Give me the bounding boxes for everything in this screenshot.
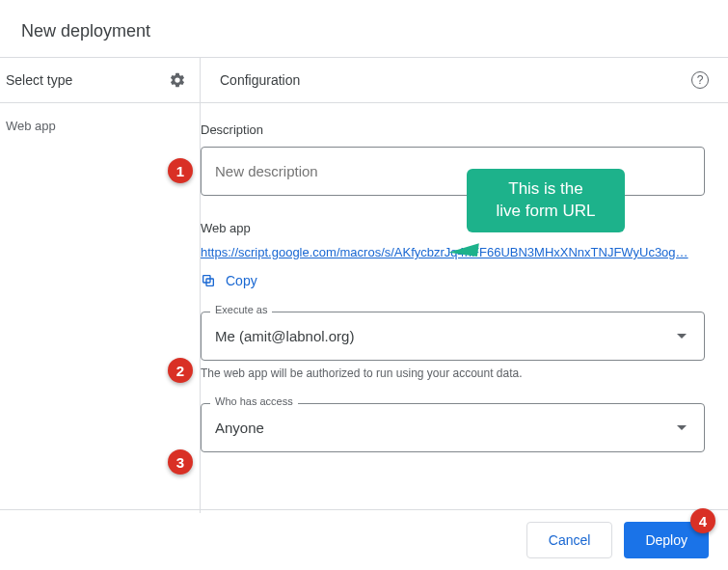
configuration-header: Configuration ? bbox=[201, 58, 728, 103]
execute-as-helper: The web app will be authorized to run us… bbox=[201, 366, 705, 380]
caret-down-icon bbox=[677, 425, 687, 430]
execute-as-select[interactable]: Me (amit@labnol.org) bbox=[201, 312, 705, 361]
select-type-header: Select type bbox=[0, 58, 200, 103]
select-type-label: Select type bbox=[6, 72, 72, 88]
execute-as-value: Me (amit@labnol.org) bbox=[215, 328, 354, 344]
annotation-badge-3: 3 bbox=[168, 449, 193, 475]
footer: Cancel Deploy bbox=[0, 509, 728, 570]
copy-button[interactable]: Copy bbox=[201, 273, 705, 288]
dialog-title: New deployment bbox=[0, 0, 728, 57]
left-pane: Select type Web app bbox=[0, 58, 201, 513]
access-floating-label: Who has access bbox=[210, 395, 298, 407]
copy-icon bbox=[201, 273, 216, 288]
caret-down-icon bbox=[677, 334, 687, 339]
cancel-button[interactable]: Cancel bbox=[526, 522, 613, 558]
sidebar-item-webapp[interactable]: Web app bbox=[0, 103, 200, 149]
right-pane: Configuration ? Description Web app http… bbox=[201, 58, 728, 513]
access-value: Anyone bbox=[215, 420, 264, 436]
description-label: Description bbox=[201, 122, 705, 137]
description-input[interactable] bbox=[201, 147, 705, 196]
gear-icon[interactable] bbox=[169, 71, 186, 89]
execute-as-select-wrap: Execute as Me (amit@labnol.org) bbox=[201, 312, 705, 361]
access-select-wrap: Who has access Anyone bbox=[201, 403, 705, 452]
annotation-badge-1: 1 bbox=[168, 158, 193, 183]
annotation-badge-4: 4 bbox=[690, 508, 715, 533]
execute-as-floating-label: Execute as bbox=[210, 304, 272, 315]
configuration-label: Configuration bbox=[220, 72, 300, 88]
webapp-label: Web app bbox=[201, 221, 705, 235]
annotation-callout: This is the live form URL bbox=[467, 169, 625, 232]
callout-line1: This is the bbox=[484, 178, 607, 201]
access-select[interactable]: Anyone bbox=[201, 403, 705, 452]
copy-label: Copy bbox=[226, 273, 257, 288]
annotation-badge-2: 2 bbox=[168, 358, 193, 383]
help-icon[interactable]: ? bbox=[691, 71, 709, 89]
callout-line2: live form URL bbox=[484, 201, 607, 223]
